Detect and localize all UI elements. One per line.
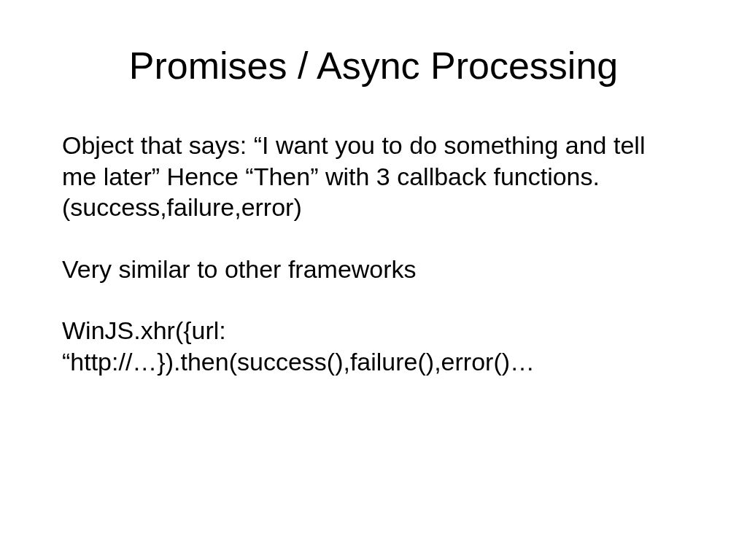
slide-title: Promises / Async Processing <box>62 44 685 88</box>
slide-body: Object that says: “I want you to do some… <box>62 130 685 377</box>
paragraph-1: Object that says: “I want you to do some… <box>62 130 685 223</box>
paragraph-3: WinJS.xhr({url: “http://…}).then(success… <box>62 315 685 377</box>
slide-container: Promises / Async Processing Object that … <box>0 0 747 560</box>
paragraph-2: Very similar to other frameworks <box>62 254 685 285</box>
